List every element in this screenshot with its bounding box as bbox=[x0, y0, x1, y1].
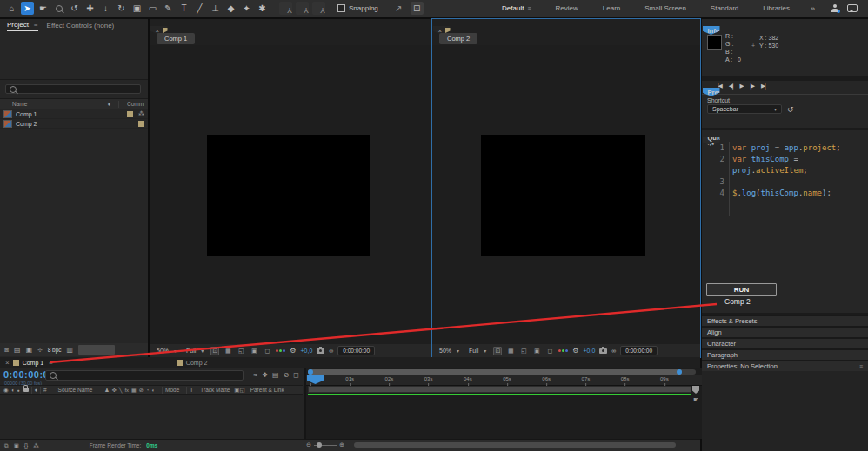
zoom-tool[interactable] bbox=[52, 2, 65, 15]
navigator-start-handle[interactable] bbox=[308, 369, 313, 375]
adjust-icon[interactable]: ✣ bbox=[37, 347, 42, 354]
shy-switch-icon[interactable]: ♟ bbox=[104, 387, 109, 393]
preserve-transparency-column[interactable]: T bbox=[190, 387, 193, 393]
grid-guides-icon[interactable]: ⊡ bbox=[493, 347, 502, 355]
panel-properties-no-selection[interactable]: Properties: No Selection≡ bbox=[702, 360, 868, 371]
workspace-standard[interactable]: Standard bbox=[698, 0, 751, 17]
video-column-icon[interactable]: ◉ bbox=[3, 387, 9, 394]
resolution-select[interactable]: Full▾ bbox=[466, 348, 489, 354]
comp-marker-bin[interactable] bbox=[692, 386, 699, 394]
script-editor[interactable]: 1var proj = app.project;2var thisComp = … bbox=[702, 143, 868, 199]
reset-icon[interactable]: ↺ bbox=[787, 105, 794, 114]
channel-icon[interactable] bbox=[276, 349, 285, 352]
next-frame-button[interactable]: |▶ bbox=[750, 83, 754, 90]
grid-guides-icon[interactable]: ⊡ bbox=[210, 347, 219, 355]
timeline-search[interactable] bbox=[45, 370, 244, 381]
workspace-learn[interactable]: Learn bbox=[591, 0, 632, 17]
flowchart-drop-area[interactable] bbox=[78, 345, 115, 355]
quality-switch-icon[interactable]: ╲ bbox=[119, 387, 123, 393]
workspace-overflow-button[interactable]: » bbox=[804, 4, 822, 13]
label-color[interactable] bbox=[138, 121, 144, 127]
adjustment-switch-icon[interactable]: ◔ bbox=[146, 388, 150, 393]
orbit-camera-tool[interactable]: ↺ bbox=[68, 2, 81, 15]
workspace-default[interactable]: Default≡ bbox=[490, 0, 543, 17]
frame-blending-icon[interactable]: ⊘ bbox=[284, 371, 290, 379]
navigator-end-handle[interactable] bbox=[677, 369, 682, 375]
panel-character[interactable]: Character bbox=[702, 337, 868, 348]
channel-icon[interactable] bbox=[558, 349, 568, 352]
snapshot-camera-icon[interactable] bbox=[599, 348, 607, 354]
feedback-icon[interactable] bbox=[847, 4, 858, 12]
puppet-pin-tool[interactable]: ✱ bbox=[256, 2, 269, 15]
project-item-comp-2[interactable]: Comp 2 bbox=[0, 119, 148, 129]
selection-tool[interactable]: ➤ bbox=[21, 2, 34, 15]
collapse-switch-icon[interactable]: ✜ bbox=[112, 387, 117, 393]
expand-layers-icon[interactable]: ⧉ bbox=[4, 442, 9, 449]
hand-scroll-icon[interactable]: ☛ bbox=[693, 396, 698, 403]
playhead-line[interactable] bbox=[310, 375, 310, 438]
hide-shy-layers-icon[interactable]: ▤ bbox=[272, 371, 279, 379]
project-panel-menu-icon[interactable]: ≡ bbox=[34, 21, 38, 29]
horizontal-scrollbar[interactable] bbox=[354, 442, 676, 448]
local-axis-icon[interactable]: Y bbox=[279, 2, 292, 15]
close-icon[interactable]: × bbox=[5, 359, 10, 367]
tab-project[interactable]: Project ≡ bbox=[7, 19, 38, 31]
timeline-graph-section[interactable]: 0s01s02s03s04s05s06s07s08s09s ☛ bbox=[304, 368, 702, 439]
info-title[interactable]: Info bbox=[708, 27, 720, 35]
exposure-value[interactable]: +0,0 bbox=[301, 348, 313, 354]
workspace-menu-icon[interactable]: ≡ bbox=[527, 5, 531, 11]
zoom-out-icon[interactable]: ⊖ bbox=[306, 441, 311, 448]
shortcut-select[interactable]: Spacebar ▾ bbox=[707, 104, 782, 114]
motion-blur-switch-icon[interactable]: ⊘ bbox=[139, 387, 144, 393]
panel-effects-presets[interactable]: Effects & Presets bbox=[702, 315, 868, 326]
timeline-navigator[interactable] bbox=[308, 369, 696, 375]
project-search[interactable] bbox=[5, 84, 141, 94]
region-of-interest-icon[interactable]: ⊡ bbox=[411, 2, 424, 15]
new-folder-icon[interactable]: ▤ bbox=[14, 346, 21, 354]
track-matte-column[interactable]: Track Matte bbox=[200, 387, 230, 393]
transparency-grid-icon[interactable]: ▦ bbox=[224, 347, 232, 355]
snapping-checkbox[interactable] bbox=[337, 4, 345, 12]
clone-stamp-tool[interactable]: ⊥ bbox=[209, 2, 222, 15]
viewer2-viewport[interactable] bbox=[432, 45, 700, 344]
workspace-review[interactable]: Review bbox=[544, 0, 591, 17]
project-item-comp-1[interactable]: Comp 1⁂ bbox=[0, 109, 148, 119]
exposure-value[interactable]: +0,0 bbox=[584, 348, 596, 354]
frame-blend-switch-icon[interactable]: ▦ bbox=[131, 387, 137, 393]
audio-column-icon[interactable]: ◖ bbox=[11, 387, 15, 393]
project-search-input[interactable] bbox=[20, 86, 137, 92]
label-color[interactable] bbox=[127, 111, 133, 117]
world-axis-icon[interactable]: Y bbox=[296, 2, 309, 15]
viewer1-viewport[interactable] bbox=[150, 45, 431, 344]
panel-menu-icon[interactable]: ≡ bbox=[49, 359, 53, 367]
draft-3d-icon[interactable]: ❖ bbox=[262, 371, 268, 379]
viewer1-comp-tab[interactable]: Comp 1 bbox=[157, 33, 195, 44]
pen-tool[interactable]: ✎ bbox=[162, 2, 175, 15]
guides-icon[interactable]: ◻ bbox=[545, 347, 554, 355]
label-column-icon[interactable]: ♦ bbox=[35, 387, 37, 393]
play-button[interactable]: ▶ bbox=[739, 83, 743, 90]
view-axis-icon[interactable]: Y bbox=[312, 2, 325, 15]
mask-visibility-icon[interactable]: ◱ bbox=[237, 347, 245, 355]
snapping-toggle[interactable]: Snapping bbox=[337, 4, 378, 12]
panel-menu-icon[interactable]: ≡ bbox=[507, 27, 511, 35]
show-snapshot-icon[interactable]: ∞ bbox=[611, 348, 616, 354]
trash-icon[interactable]: ▥ bbox=[67, 346, 74, 354]
zoom-in-icon[interactable]: ⊕ bbox=[339, 441, 344, 448]
expand-switches-icon[interactable]: ▣ bbox=[14, 442, 19, 449]
fx-switch-icon[interactable]: fx bbox=[124, 388, 129, 393]
mask-visibility-icon[interactable]: ◱ bbox=[519, 347, 528, 355]
type-tool[interactable]: T bbox=[177, 2, 190, 15]
panel-menu-icon[interactable]: ≡ bbox=[859, 363, 863, 369]
rectangle-tool[interactable]: ▭ bbox=[146, 2, 159, 15]
color-depth-button[interactable]: 8 bpc bbox=[48, 347, 62, 353]
mode-column[interactable]: Mode bbox=[165, 387, 179, 393]
source-name-column[interactable]: Source Name bbox=[58, 387, 93, 393]
timeline-tab-comp2[interactable]: Comp 2 bbox=[171, 357, 213, 368]
account-icon[interactable] bbox=[831, 4, 838, 12]
fast-previews-icon[interactable]: ⚙ bbox=[290, 347, 296, 355]
label-column-icon[interactable]: ♦ bbox=[108, 101, 110, 107]
number-column[interactable]: # bbox=[43, 387, 47, 393]
snapshot-camera-icon[interactable] bbox=[317, 348, 324, 354]
matte-invert-icon[interactable]: ◱ bbox=[240, 387, 245, 394]
